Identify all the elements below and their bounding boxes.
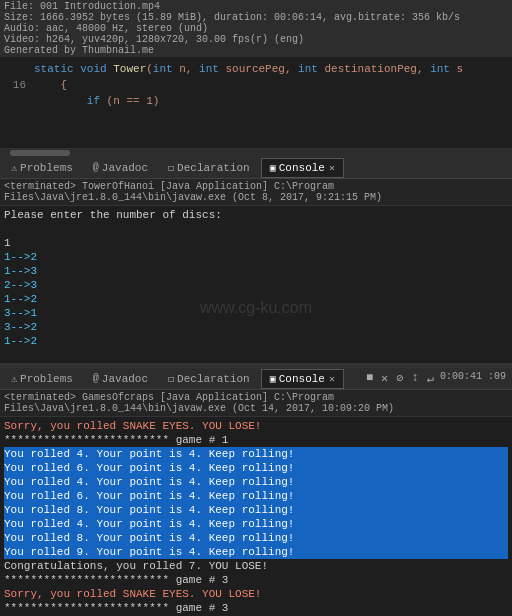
bottom-console-content[interactable]: Sorry, you rolled SNAKE EYES. YOU LOSE! … <box>0 417 512 616</box>
bottom-toolbar-icons: ■ ✕ ⊘ ↕ ↵ 0:00:41 :09 <box>364 371 510 386</box>
scroll-lock-icon[interactable]: ↕ <box>410 371 421 386</box>
word-wrap-icon[interactable]: ↵ <box>425 371 436 386</box>
code-line-1: static void Tower(int n, int sourcePeg, … <box>4 61 508 77</box>
console-line-2: 1 <box>4 236 508 250</box>
console-header-top: <terminated> TowerOfHanoi [Java Applicat… <box>0 179 512 206</box>
console-line-6: 1-->2 <box>4 292 508 306</box>
clear-console-icon[interactable]: ⊘ <box>394 371 405 386</box>
bc-line-8: You rolled 8. Your point is 4. Keep roll… <box>4 531 508 545</box>
console-close-bottom-icon[interactable]: ✕ <box>329 373 335 385</box>
console-close-icon[interactable]: ✕ <box>329 162 335 174</box>
warning-icon: ⚠ <box>11 162 17 174</box>
bc-line-13: ************************* game # 3 <box>4 601 508 615</box>
javadoc-icon: @ <box>93 162 99 173</box>
tab-console-bottom[interactable]: ▣ Console ✕ <box>261 369 344 389</box>
bottom-console-header: <terminated> GamesOfcraps [Java Applicat… <box>0 390 512 417</box>
bc-line-3: You rolled 6. Your point is 4. Keep roll… <box>4 461 508 475</box>
bc-line-9: You rolled 9. Your point is 4. Keep roll… <box>4 545 508 559</box>
console-line-1 <box>4 222 508 236</box>
bc-line-0: Sorry, you rolled SNAKE EYES. YOU LOSE! <box>4 419 508 433</box>
console-line-9: 1-->2 <box>4 334 508 348</box>
console-icon-bottom: ▣ <box>270 373 276 385</box>
bc-line-4: You rolled 4. Your point is 4. Keep roll… <box>4 475 508 489</box>
console-line-0: Please enter the number of discs: <box>4 208 508 222</box>
code-line-2: 16 { <box>4 77 508 93</box>
remove-launch-icon[interactable]: ✕ <box>379 371 390 386</box>
console-content-top: Please enter the number of discs: 1 1-->… <box>0 206 512 364</box>
scrollbar-thumb[interactable] <box>10 150 70 156</box>
terminate-icon[interactable]: ■ <box>364 371 375 386</box>
tab-javadoc-bottom[interactable]: @ Javadoc <box>84 369 157 389</box>
declaration-icon: ◻ <box>168 162 174 174</box>
file-info-bar: File: 001 Introduction.mp4 Size: 1666.39… <box>0 0 512 57</box>
console-line-3: 1-->2 <box>4 250 508 264</box>
console-panel-top: <terminated> TowerOfHanoi [Java Applicat… <box>0 179 512 364</box>
bc-line-7: You rolled 4. Your point is 4. Keep roll… <box>4 517 508 531</box>
bc-line-2: You rolled 4. Your point is 4. Keep roll… <box>4 447 508 461</box>
bottom-tab-bar: ⚠ Problems @ Javadoc ◻ Declaration ▣ Con… <box>0 368 512 390</box>
tab-javadoc[interactable]: @ Javadoc <box>84 158 157 178</box>
tab-declaration-bottom[interactable]: ◻ Declaration <box>159 369 259 389</box>
tab-problems-bottom[interactable]: ⚠ Problems <box>2 369 82 389</box>
bc-line-5: You rolled 6. Your point is 4. Keep roll… <box>4 489 508 503</box>
console-line-8: 3-->2 <box>4 320 508 334</box>
timestamp: 0:00:41 :09 <box>440 371 506 386</box>
bc-line-6: You rolled 8. Your point is 4. Keep roll… <box>4 503 508 517</box>
top-tab-bar: ⚠ Problems @ Javadoc ◻ Declaration ▣ Con… <box>0 157 512 179</box>
console-line-5: 2-->3 <box>4 278 508 292</box>
code-line-3: if (n == 1) <box>4 93 508 109</box>
console-line-7: 3-->1 <box>4 306 508 320</box>
tab-declaration[interactable]: ◻ Declaration <box>159 158 259 178</box>
javadoc-icon-bottom: @ <box>93 373 99 384</box>
warning-icon-bottom: ⚠ <box>11 373 17 385</box>
bc-line-12: Sorry, you rolled SNAKE EYES. YOU LOSE! <box>4 587 508 601</box>
bc-line-11: ************************* game # 3 <box>4 573 508 587</box>
tab-console-top[interactable]: ▣ Console ✕ <box>261 158 344 178</box>
horizontal-scrollbar[interactable] <box>0 149 512 157</box>
bc-line-10: Congratulations, you rolled 7. YOU LOSE! <box>4 559 508 573</box>
console-icon-top: ▣ <box>270 162 276 174</box>
tab-problems[interactable]: ⚠ Problems <box>2 158 82 178</box>
code-editor: static void Tower(int n, int sourcePeg, … <box>0 59 512 149</box>
console-line-4: 1-->3 <box>4 264 508 278</box>
declaration-icon-bottom: ◻ <box>168 373 174 385</box>
bc-line-1: ************************* game # 1 <box>4 433 508 447</box>
